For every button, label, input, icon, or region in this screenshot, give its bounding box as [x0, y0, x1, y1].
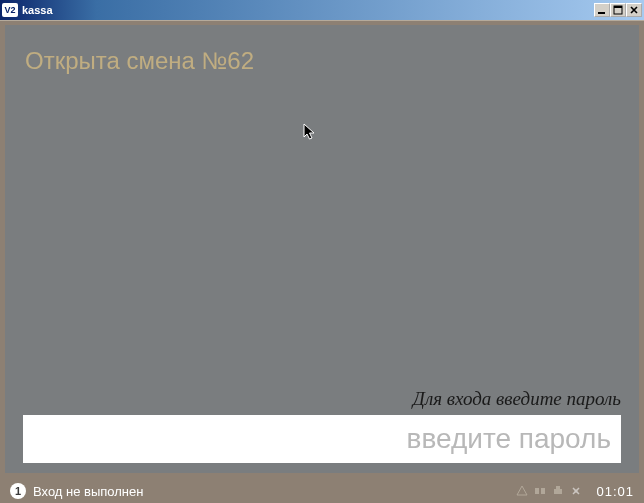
- login-prompt: Для входа введите пароль: [23, 388, 621, 410]
- network-icon: [570, 485, 582, 497]
- minimize-button[interactable]: [594, 3, 610, 17]
- printer-icon: [552, 485, 564, 497]
- status-bar: 1 Вход не выполнен 01:01: [0, 479, 644, 503]
- shift-title: Открыта смена №62: [25, 47, 254, 75]
- close-button[interactable]: [626, 3, 642, 17]
- device-icon: [534, 485, 546, 497]
- status-icons: [516, 485, 582, 497]
- maximize-button[interactable]: [610, 3, 626, 17]
- app-window: V2 kassa Открыта смена №62 Для входа вв: [0, 0, 644, 503]
- main-content: Открыта смена №62 Для входа введите паро…: [0, 25, 644, 473]
- svg-point-7: [575, 490, 578, 493]
- svg-rect-2: [614, 6, 622, 8]
- window-title: kassa: [22, 4, 53, 16]
- window-controls: [594, 3, 642, 17]
- svg-rect-0: [598, 12, 605, 14]
- app-icon: V2: [2, 3, 18, 17]
- status-text: Вход не выполнен: [33, 484, 143, 499]
- cursor-icon: [303, 123, 317, 144]
- svg-rect-4: [541, 488, 545, 494]
- login-area: Для входа введите пароль: [23, 388, 621, 463]
- title-bar: V2 kassa: [0, 0, 644, 20]
- svg-rect-5: [554, 489, 562, 494]
- pos-number-badge: 1: [10, 483, 26, 499]
- warning-icon: [516, 485, 528, 497]
- svg-rect-3: [535, 488, 539, 494]
- svg-rect-6: [556, 486, 560, 489]
- clock: 01:01: [596, 484, 634, 499]
- password-input[interactable]: [23, 415, 621, 463]
